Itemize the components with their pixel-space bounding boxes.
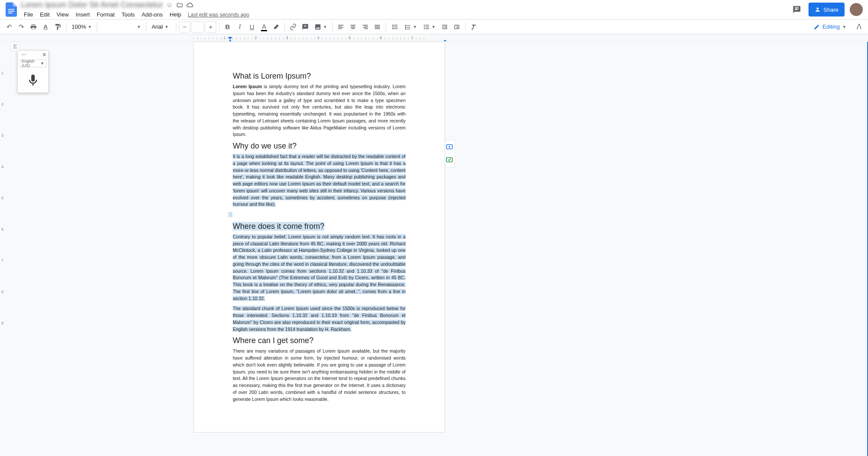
share-label: Share	[823, 7, 838, 13]
insert-image-icon[interactable]: ▼	[312, 21, 330, 33]
paint-format-icon[interactable]	[52, 21, 63, 33]
editing-mode-dropdown[interactable]: Editing ▼	[810, 21, 850, 33]
text-color-icon[interactable]: A	[258, 21, 270, 33]
star-icon[interactable]: ☆	[165, 1, 173, 9]
insert-link-icon[interactable]	[287, 21, 299, 33]
align-right-icon[interactable]	[360, 21, 371, 33]
toolbar: ↶ ↷ A 100%▼ ▼ Arial▼ − + B I U A ▼ ▼ ▼ E…	[0, 19, 868, 34]
menu-edit[interactable]: Edit	[37, 10, 53, 19]
svg-point-4	[424, 26, 425, 27]
menu-insert[interactable]: Insert	[73, 10, 93, 19]
paragraph-style-dropdown[interactable]: ▼	[100, 21, 143, 33]
menu-tools[interactable]: Tools	[119, 10, 138, 19]
menu-file[interactable]: File	[21, 10, 36, 19]
svg-rect-0	[8, 9, 14, 10]
cloud-status-icon[interactable]	[186, 1, 194, 9]
menu-help[interactable]: Help	[167, 10, 185, 19]
undo-icon[interactable]: ↶	[3, 21, 15, 33]
document-title[interactable]: Lorem Ipsum Dolor Sit Amet Consectetur	[21, 0, 163, 10]
line-spacing-icon[interactable]	[389, 21, 401, 33]
redo-icon[interactable]: ↷	[16, 21, 27, 33]
underline-icon[interactable]: U	[246, 21, 257, 33]
move-icon[interactable]	[176, 1, 184, 9]
checklist-icon[interactable]: ▼	[402, 21, 419, 33]
horizontal-ruler[interactable]: 1234567	[0, 34, 868, 41]
svg-rect-2	[8, 13, 12, 13]
font-size-decrease[interactable]: −	[179, 21, 190, 33]
increase-indent-icon[interactable]	[451, 21, 462, 33]
align-justify-icon[interactable]	[372, 21, 383, 33]
menu-format[interactable]: Format	[94, 10, 118, 19]
title-bar: Lorem Ipsum Dolor Sit Amet Consectetur ☆…	[0, 0, 868, 19]
print-icon[interactable]	[28, 21, 39, 33]
font-size-input[interactable]	[191, 21, 204, 33]
align-left-icon[interactable]	[335, 21, 347, 33]
account-avatar[interactable]	[850, 3, 863, 16]
zoom-dropdown[interactable]: 100%▼	[69, 21, 94, 33]
highlight-color-icon[interactable]	[271, 21, 282, 33]
editing-label: Editing	[822, 23, 840, 30]
bulleted-list-icon[interactable]: ▼	[420, 21, 438, 33]
menu-bar: File Edit View Insert Format Tools Add-o…	[21, 10, 790, 19]
spellcheck-icon[interactable]: A	[40, 21, 51, 33]
bold-icon[interactable]: B	[222, 21, 233, 33]
menu-view[interactable]: View	[53, 10, 72, 19]
svg-point-5	[424, 28, 425, 29]
clear-formatting-icon[interactable]	[468, 21, 479, 33]
italic-icon[interactable]: I	[234, 21, 245, 33]
share-button[interactable]: Share	[809, 3, 845, 17]
menu-addons[interactable]: Add-ons	[139, 10, 165, 19]
svg-rect-1	[8, 11, 14, 12]
font-size-increase[interactable]: +	[205, 21, 216, 33]
hide-menus-icon[interactable]: ᐱ	[853, 21, 865, 33]
last-edit-text[interactable]: Last edit was seconds ago	[188, 12, 249, 18]
add-comment-icon[interactable]	[300, 21, 311, 33]
docs-logo-icon[interactable]	[5, 2, 17, 17]
open-comments-icon[interactable]	[790, 3, 803, 16]
font-dropdown[interactable]: Arial▼	[149, 21, 173, 33]
align-center-icon[interactable]	[347, 21, 359, 33]
decrease-indent-icon[interactable]	[439, 21, 450, 33]
svg-point-3	[424, 24, 425, 26]
